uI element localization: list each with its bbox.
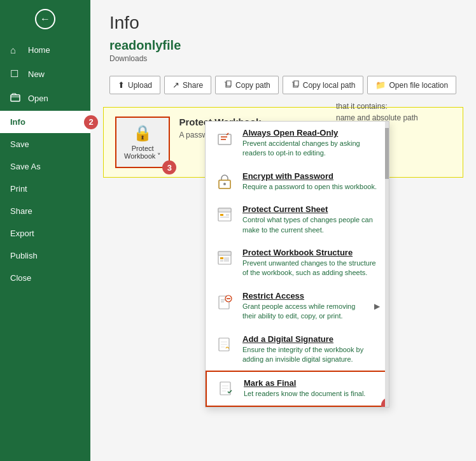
svg-rect-6 <box>218 208 231 212</box>
page-header: Info readonlyfile Downloads <box>90 0 476 69</box>
protect-workbook-button-wrap[interactable]: 🔒 ProtectWorkbook ˅ 3 <box>115 117 170 168</box>
open-folder-icon: 📁 <box>375 80 386 90</box>
svg-rect-9 <box>226 214 229 216</box>
dropdown-item-encrypt-password[interactable]: Encrypt with Password Require a password… <box>206 165 389 198</box>
sidebar-item-share[interactable]: Share <box>0 200 90 222</box>
dropdown-item-title: Mark as Final <box>244 378 365 388</box>
dropdown-item-text: Encrypt with Password Require a password… <box>242 171 377 192</box>
sidebar-item-saveas[interactable]: Save As <box>0 155 90 178</box>
sidebar-item-label: Home <box>28 45 50 55</box>
dropdown-item-desc: Control what types of changes people can… <box>242 215 380 235</box>
dropdown-item-text: Restrict Access Grant people access whil… <box>242 291 367 322</box>
scrollbar-thumb[interactable] <box>385 128 389 179</box>
sidebar-item-label: Share <box>10 206 32 216</box>
dropdown-item-title: Add a Digital Signature <box>242 334 380 344</box>
dropdown-item-title: Encrypt with Password <box>242 171 377 181</box>
dropdown-item-protect-structure[interactable]: Protect Workbook Structure Prevent unwan… <box>206 241 389 285</box>
dropdown-item-mark-as-final[interactable]: Mark as Final Let readers know the docum… <box>206 371 389 406</box>
restrict-access-icon <box>214 291 235 311</box>
svg-rect-13 <box>220 260 223 262</box>
protect-sheet-icon <box>214 204 235 225</box>
dropdown-item-text: Always Open Read-Only Prevent accidental… <box>242 128 380 159</box>
svg-rect-8 <box>220 216 229 218</box>
svg-rect-7 <box>220 214 223 216</box>
svg-rect-11 <box>218 252 231 255</box>
sidebar-item-label: Export <box>10 229 34 238</box>
share-button[interactable]: ↗ Share <box>164 76 211 94</box>
copy-path-icon <box>223 80 232 90</box>
dropdown-item-restrict-access[interactable]: Restrict Access Grant people access whil… <box>206 285 389 328</box>
info-badge: 2 <box>84 115 98 129</box>
open-file-location-button[interactable]: 📁 Open file location <box>367 76 456 94</box>
action-buttons-bar: ⬆ Upload ↗ Share Copy path Copy local pa… <box>90 69 476 101</box>
sidebar-item-label: Print <box>10 184 27 194</box>
sidebar-item-label: Close <box>10 273 31 283</box>
protect-workbook-button[interactable]: 🔒 ProtectWorkbook ˅ <box>115 117 170 168</box>
dropdown-item-text: Protect Current Sheet Control what types… <box>242 204 380 235</box>
dropdown-scrollbar[interactable] <box>385 122 389 407</box>
sidebar-item-info[interactable]: Info 2 <box>0 111 90 133</box>
dropdown-item-desc: Grant people access while removing their… <box>242 302 367 322</box>
protect-structure-icon <box>214 248 235 268</box>
sidebar-item-label: Save As <box>10 162 41 171</box>
mark-as-final-icon <box>216 378 236 399</box>
sidebar-item-export[interactable]: Export <box>0 222 90 245</box>
dropdown-item-protect-sheet[interactable]: Protect Current Sheet Control what types… <box>206 198 389 241</box>
dropdown-item-title: Protect Workbook Structure <box>242 248 380 257</box>
expand-arrow-icon: ▶ <box>374 302 380 311</box>
svg-point-3 <box>223 183 226 185</box>
sidebar-item-label: Publish <box>10 251 38 260</box>
dropdown-item-desc: Ensure the integrity of the workbook by … <box>242 345 380 365</box>
copy-path-button[interactable]: Copy path <box>215 76 279 94</box>
file-name: readonlyfile <box>109 38 457 53</box>
share-icon: ↗ <box>172 80 179 90</box>
dropdown-item-title: Always Open Read-Only <box>242 128 380 138</box>
page-title: Info <box>109 13 457 33</box>
always-open-readonly-icon <box>214 128 235 148</box>
dropdown-item-digital-signature[interactable]: Add a Digital Signature Ensure the integ… <box>206 328 389 371</box>
sidebar-item-open[interactable]: Open <box>0 86 90 111</box>
protect-dropdown-menu: Always Open Read-Only Prevent accidental… <box>205 121 389 408</box>
sidebar-item-label: Save <box>10 139 29 149</box>
home-icon: ⌂ <box>10 45 22 55</box>
dropdown-item-always-open-readonly[interactable]: Always Open Read-Only Prevent accidental… <box>206 122 389 165</box>
dropdown-item-text: Protect Workbook Structure Prevent unwan… <box>242 248 380 278</box>
sidebar-item-label: Info <box>10 117 25 127</box>
properties-line1: that it contains: <box>336 102 463 111</box>
dropdown-item-desc: Prevent unwanted changes to the structur… <box>242 259 380 278</box>
upload-button[interactable]: ⬆ Upload <box>109 76 160 94</box>
back-icon: ← <box>35 9 55 29</box>
sidebar-item-save[interactable]: Save <box>0 133 90 155</box>
sidebar-item-close[interactable]: Close <box>0 267 90 289</box>
sidebar-item-print[interactable]: Print <box>0 178 90 200</box>
sidebar-item-publish[interactable]: Publish <box>0 245 90 267</box>
copy-local-path-icon <box>291 80 300 90</box>
protect-button-label: ProtectWorkbook ˅ <box>124 145 161 160</box>
dropdown-item-desc: Require a password to open this workbook… <box>242 182 377 192</box>
protect-badge: 3 <box>162 160 176 174</box>
dropdown-item-desc: Prevent accidental changes by asking rea… <box>242 139 380 159</box>
back-button[interactable]: ← <box>0 0 90 38</box>
svg-rect-12 <box>220 257 223 259</box>
file-location: Downloads <box>109 54 457 63</box>
svg-rect-14 <box>224 257 229 262</box>
lock-icon: 🔒 <box>133 124 152 142</box>
dropdown-item-title: Restrict Access <box>242 291 367 301</box>
new-icon: ☐ <box>10 68 22 80</box>
dropdown-item-desc: Let readers know the document is final. <box>244 389 365 399</box>
encrypt-password-icon <box>214 171 235 192</box>
sidebar: ← ⌂ Home ☐ New Open Info 2 Save Save As … <box>0 0 90 461</box>
main-content: Info readonlyfile Downloads ⬆ Upload ↗ S… <box>90 0 476 461</box>
copy-local-path-button[interactable]: Copy local path <box>283 76 364 94</box>
digital-signature-icon <box>214 334 235 355</box>
dropdown-item-text: Add a Digital Signature Ensure the integ… <box>242 334 380 365</box>
dropdown-item-title: Protect Current Sheet <box>242 204 380 214</box>
sidebar-item-label: New <box>28 69 45 79</box>
dropdown-item-text: Mark as Final Let readers know the docum… <box>244 378 365 399</box>
sidebar-item-label: Open <box>28 94 48 103</box>
sidebar-item-home[interactable]: ⌂ Home <box>0 38 90 62</box>
open-icon <box>10 92 22 104</box>
svg-rect-0 <box>11 95 20 101</box>
upload-icon: ⬆ <box>118 80 125 90</box>
sidebar-item-new[interactable]: ☐ New <box>0 62 90 86</box>
